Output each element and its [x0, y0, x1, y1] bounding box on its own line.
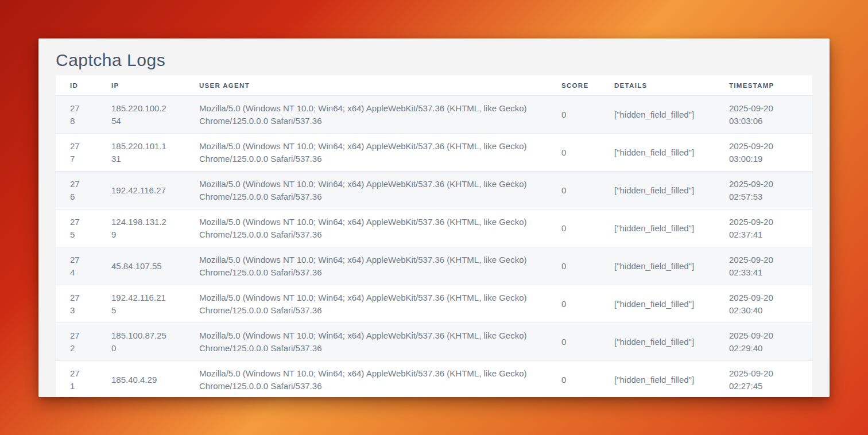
cell-user-agent: Mozilla/5.0 (Windows NT 10.0; Win64; x64… [185, 96, 547, 134]
table-row: 274 45.84.107.55 Mozilla/5.0 (Windows NT… [56, 247, 812, 285]
table-row: 275 124.198.131.29 Mozilla/5.0 (Windows … [56, 209, 812, 247]
cell-id: 275 [56, 209, 97, 247]
cell-timestamp: 2025-09-20 02:29:40 [715, 323, 812, 361]
cell-id: 272 [56, 323, 97, 361]
cell-user-agent: Mozilla/5.0 (Windows NT 10.0; Win64; x64… [185, 323, 547, 361]
cell-id: 271 [56, 361, 97, 398]
cell-ip: 185.40.4.29 [97, 361, 185, 398]
cell-timestamp: 2025-09-20 03:03:06 [715, 96, 812, 134]
column-header-details: DETAILS [600, 75, 715, 96]
page-title: Captcha Logs [56, 47, 812, 73]
cell-score: 0 [547, 96, 600, 134]
cell-id: 273 [56, 285, 97, 323]
cell-timestamp: 2025-09-20 02:33:41 [715, 247, 812, 285]
cell-score: 0 [547, 209, 600, 247]
cell-score: 0 [547, 361, 600, 398]
cell-details: ["hidden_field_filled"] [600, 209, 715, 247]
table-row: 278 185.220.100.254 Mozilla/5.0 (Windows… [56, 96, 812, 134]
cell-user-agent: Mozilla/5.0 (Windows NT 10.0; Win64; x64… [185, 209, 547, 247]
cell-details: ["hidden_field_filled"] [600, 285, 715, 323]
table-row: 271 185.40.4.29 Mozilla/5.0 (Windows NT … [56, 361, 812, 398]
captcha-logs-table: ID IP USER AGENT SCORE DETAILS TIMESTAMP… [56, 75, 812, 397]
cell-user-agent: Mozilla/5.0 (Windows NT 10.0; Win64; x64… [185, 172, 547, 209]
table-row: 276 192.42.116.27 Mozilla/5.0 (Windows N… [56, 172, 812, 209]
cell-details: ["hidden_field_filled"] [600, 172, 715, 209]
cell-details: ["hidden_field_filled"] [600, 247, 715, 285]
cell-user-agent: Mozilla/5.0 (Windows NT 10.0; Win64; x64… [185, 285, 547, 323]
cell-ip: 45.84.107.55 [97, 247, 185, 285]
cell-timestamp: 2025-09-20 02:30:40 [715, 285, 812, 323]
column-header-timestamp: TIMESTAMP [715, 75, 812, 96]
column-header-id: ID [56, 75, 97, 96]
cell-timestamp: 2025-09-20 02:27:45 [715, 361, 812, 398]
cell-score: 0 [547, 172, 600, 209]
cell-timestamp: 2025-09-20 02:37:41 [715, 209, 812, 247]
cell-details: ["hidden_field_filled"] [600, 134, 715, 172]
cell-id: 277 [56, 134, 97, 172]
table-header-row: ID IP USER AGENT SCORE DETAILS TIMESTAMP [56, 75, 812, 96]
cell-user-agent: Mozilla/5.0 (Windows NT 10.0; Win64; x64… [185, 134, 547, 172]
cell-details: ["hidden_field_filled"] [600, 361, 715, 398]
cell-ip: 185.220.100.254 [97, 96, 185, 134]
cell-details: ["hidden_field_filled"] [600, 323, 715, 361]
cell-user-agent: Mozilla/5.0 (Windows NT 10.0; Win64; x64… [185, 361, 547, 398]
cell-ip: 192.42.116.215 [97, 285, 185, 323]
column-header-user-agent: USER AGENT [185, 75, 547, 96]
table-row: 273 192.42.116.215 Mozilla/5.0 (Windows … [56, 285, 812, 323]
cell-score: 0 [547, 134, 600, 172]
cell-ip: 185.100.87.250 [97, 323, 185, 361]
table-body: 278 185.220.100.254 Mozilla/5.0 (Windows… [56, 96, 812, 398]
column-header-ip: IP [97, 75, 185, 96]
cell-details: ["hidden_field_filled"] [600, 96, 715, 134]
cell-ip: 192.42.116.27 [97, 172, 185, 209]
captcha-logs-card: Captcha Logs ID IP USER AGENT SCORE DETA… [38, 38, 830, 397]
cell-id: 274 [56, 247, 97, 285]
logs-table-container: ID IP USER AGENT SCORE DETAILS TIMESTAMP… [56, 75, 812, 397]
table-row: 272 185.100.87.250 Mozilla/5.0 (Windows … [56, 323, 812, 361]
cell-user-agent: Mozilla/5.0 (Windows NT 10.0; Win64; x64… [185, 247, 547, 285]
table-row: 277 185.220.101.131 Mozilla/5.0 (Windows… [56, 134, 812, 172]
cell-id: 278 [56, 96, 97, 134]
cell-id: 276 [56, 172, 97, 209]
cell-score: 0 [547, 285, 600, 323]
cell-timestamp: 2025-09-20 02:57:53 [715, 172, 812, 209]
cell-ip: 185.220.101.131 [97, 134, 185, 172]
cell-score: 0 [547, 323, 600, 361]
column-header-score: SCORE [547, 75, 600, 96]
cell-ip: 124.198.131.29 [97, 209, 185, 247]
cell-timestamp: 2025-09-20 03:00:19 [715, 134, 812, 172]
cell-score: 0 [547, 247, 600, 285]
